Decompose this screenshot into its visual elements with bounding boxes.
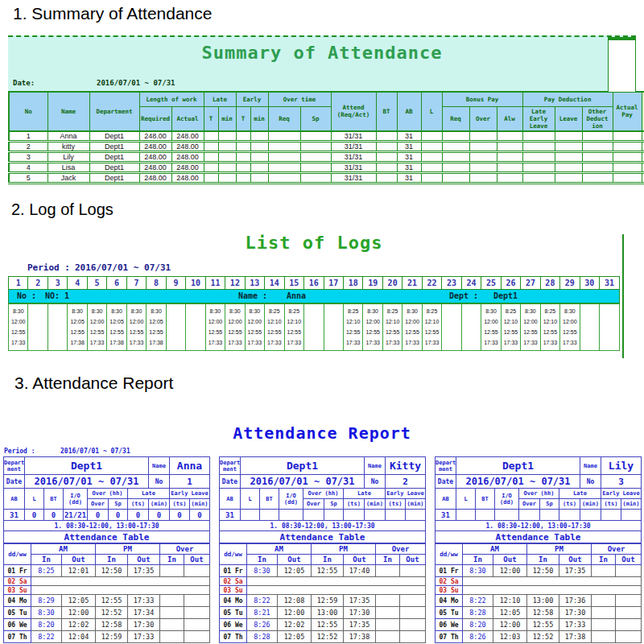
report-period-label: Period : <box>4 448 35 455</box>
late-header: Late <box>344 489 386 499</box>
time-cell: 12:55 <box>96 595 128 607</box>
summary-cell <box>522 131 555 142</box>
log-day-number: 22 <box>422 277 441 290</box>
department-label: Depart ment <box>436 457 456 475</box>
time-cell: 8:22 <box>247 595 278 607</box>
summary-cell <box>250 131 268 142</box>
day-label: 04 Mo <box>220 595 247 607</box>
day-row: 03 Su <box>220 586 426 595</box>
log-dept-label: Dept : <box>449 291 478 300</box>
summary-cell <box>204 131 218 142</box>
day-label: 05 Tu <box>436 607 463 619</box>
io-header: I/O (dd) <box>64 489 88 510</box>
bt-header: BT <box>476 489 495 510</box>
summary-date-label: Date: <box>13 79 35 87</box>
date-label: Date <box>436 475 456 489</box>
time-cell: 17:33 <box>128 595 160 607</box>
time-cell <box>376 565 400 577</box>
l-header: L <box>241 489 260 510</box>
col-bp-req: Req <box>442 106 469 131</box>
ddww-header: dd/ww <box>220 544 247 565</box>
pm-in-header: In <box>527 555 559 565</box>
over-out-header: Out <box>616 555 642 565</box>
time-cell <box>160 631 184 643</box>
time-cell: 17:33 <box>128 631 160 643</box>
attendance-report-card: Depart ment Dept1 Name Kitty Date 2016/0… <box>219 456 427 643</box>
log-day-times <box>461 304 481 351</box>
time-cell: 17:35 <box>344 619 376 631</box>
attendance-grid: dd/ww AM PM Over In Out In Out In Out 01… <box>219 543 426 643</box>
day-row: 01 Fr8:3012:0512:5517:40 <box>220 565 426 577</box>
summary-cell <box>218 152 236 163</box>
no-value: 1 <box>170 475 210 489</box>
summary-cell <box>250 163 268 173</box>
time-cell: 12:01 <box>62 565 96 577</box>
day-row: 05 Tu8:2812:0512:5817:30 <box>436 607 642 619</box>
log-day-times: 8:3012:0012:5517:33 <box>481 304 501 351</box>
summary-cell: Dept1 <box>89 152 139 163</box>
pm-header: PM <box>96 544 160 555</box>
summary-cell: 248.00 <box>171 152 204 163</box>
day-row: 03 Su <box>436 586 642 595</box>
log-times-table: 8:3012:0012:5517:338:3012:0512:5517:388:… <box>8 303 620 351</box>
summary-cell <box>522 163 555 173</box>
log-day-number: 11 <box>205 277 225 290</box>
log-no-value: NO: 1 <box>45 291 69 300</box>
time-cell <box>376 619 400 631</box>
log-day-times: 8:3012:0012:5517:33 <box>87 304 106 351</box>
time-cell: 12:55 <box>312 565 344 577</box>
day-row: 06 We8:2612:0212:5517:35 <box>220 619 426 631</box>
pm-in-header: In <box>96 555 128 565</box>
summary-table-body: 1AnnaDept1248.00248.0031/31312kittyDept1… <box>9 131 644 184</box>
col-early-t: T <box>236 106 250 131</box>
sp-header: Sp <box>324 499 344 510</box>
stat-value <box>559 510 580 521</box>
log-day-number: 13 <box>245 277 264 290</box>
summary-cell: 1 <box>9 131 47 142</box>
summary-cell: 3 <box>9 152 47 163</box>
pm-out-header: Out <box>128 555 160 565</box>
stat-value <box>344 510 365 521</box>
am-out-header: Out <box>278 555 312 565</box>
day-label: 03 Su <box>220 586 247 595</box>
summary-cell <box>469 163 497 173</box>
stat-value <box>519 510 540 521</box>
summary-cell <box>497 152 522 163</box>
summary-cell: 31/31 <box>331 131 376 142</box>
time-cell <box>616 631 642 643</box>
time-cell: 8:22 <box>31 631 62 643</box>
log-day-number: 18 <box>343 277 362 290</box>
col-ab: AB <box>397 92 421 131</box>
summary-cell <box>522 142 555 152</box>
col-attend: Attend (Req/Act) <box>331 92 376 131</box>
log-day-times: 8:3012:0012:5517:33 <box>245 304 264 351</box>
time-cell: 12:05 <box>493 607 527 619</box>
no-value: 3 <box>601 475 642 489</box>
time-cell: 17:35 <box>559 565 592 577</box>
io-header: I/O (dd) <box>495 489 519 510</box>
time-cell: 8:28 <box>463 607 493 619</box>
summary-cell <box>555 142 582 152</box>
summary-cell <box>218 131 236 142</box>
over-group-header: Over <box>160 544 210 555</box>
time-cell <box>592 565 616 577</box>
am-in-header: In <box>463 555 493 565</box>
time-cell: 8:20 <box>31 619 62 631</box>
summary-cell <box>555 163 582 173</box>
log-day-number: 9 <box>166 277 185 290</box>
time-cell <box>400 631 426 643</box>
no-label: No <box>149 475 170 489</box>
time-cell: 12:59 <box>96 631 128 643</box>
ab-header: AB <box>436 489 456 510</box>
time-cell: 12:59 <box>312 595 344 607</box>
attendance-report-cards: Depart ment Dept1 Name Anna Date 2016/07… <box>3 456 642 643</box>
bt-header: BT <box>44 489 64 510</box>
log-day-number: 16 <box>304 277 324 290</box>
col-actual-pay: Actual Pay <box>613 92 642 131</box>
col-pay-deduction: Pay Deduction <box>522 92 613 106</box>
pm-header: PM <box>312 544 376 555</box>
summary-cell <box>613 163 642 173</box>
time-cell: 8:20 <box>463 619 493 631</box>
summary-cell <box>469 173 497 184</box>
over-hh-header: Over (hh) <box>303 489 344 499</box>
